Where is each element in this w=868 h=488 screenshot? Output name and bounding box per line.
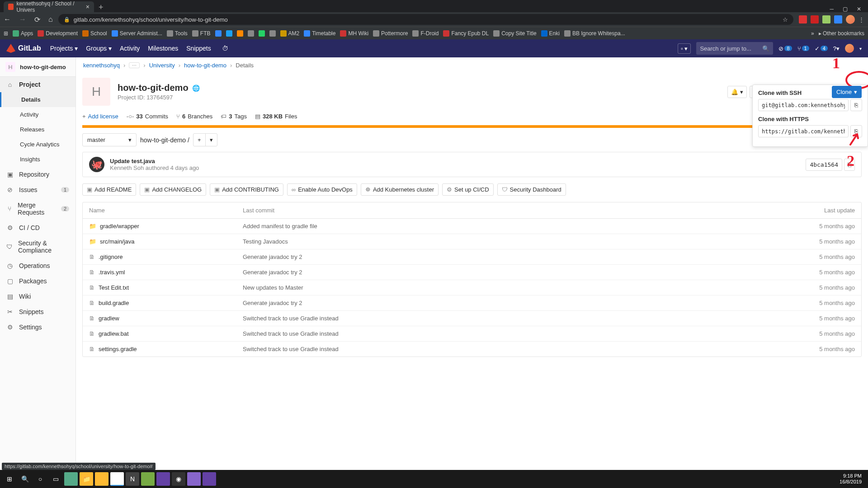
- bookmark-item[interactable]: [259, 30, 265, 37]
- bookmark-item[interactable]: Timetable: [304, 30, 335, 37]
- action-enable-auto-devops[interactable]: ∞ Enable Auto DevOps: [287, 183, 357, 196]
- task-app-6[interactable]: [203, 472, 216, 486]
- back-icon[interactable]: ←: [4, 15, 11, 23]
- sidebar-wiki[interactable]: ▤Wiki: [0, 289, 75, 304]
- taskview-icon[interactable]: ▭: [49, 472, 62, 486]
- bookmark-item[interactable]: Enki: [541, 30, 560, 37]
- commit-sha[interactable]: 4bca1564: [806, 159, 842, 171]
- bookmark-item[interactable]: Pottermore: [373, 30, 408, 37]
- sidebar-project-header[interactable]: H how-to-git-demo: [0, 57, 75, 77]
- action-security-dashboard[interactable]: 🛡 Security Dashboard: [497, 183, 566, 196]
- task-app-1[interactable]: [64, 472, 78, 486]
- cortana-icon[interactable]: ○: [33, 472, 47, 486]
- star-url-icon[interactable]: ☆: [783, 16, 788, 23]
- sidebar-ci---cd[interactable]: ⚙CI / CD: [0, 220, 75, 235]
- twitch-icon[interactable]: [156, 472, 170, 486]
- branch-select[interactable]: master▾: [82, 133, 137, 146]
- sidebar-settings[interactable]: ⚙Settings: [0, 319, 75, 335]
- bookmark-item[interactable]: [248, 30, 254, 37]
- issues-nav[interactable]: ⊘8: [778, 45, 792, 52]
- sidebar-sub-cycle-analytics[interactable]: Cycle Analytics: [0, 137, 75, 152]
- tags-stat[interactable]: 🏷3 Tags: [221, 113, 247, 120]
- action-add-contributing[interactable]: ▣ Add CONTRIBUTING: [210, 183, 283, 196]
- file-row[interactable]: 🗎build.gradle Generate javadoc try 2 5 m…: [83, 296, 861, 311]
- sidebar-operations[interactable]: ◷Operations: [0, 258, 75, 273]
- task-app-5[interactable]: [187, 472, 201, 486]
- bookmark-item[interactable]: [215, 30, 222, 37]
- sidebar-project[interactable]: ⌂Project: [0, 77, 75, 92]
- gitlab-logo[interactable]: GitLab: [6, 44, 41, 53]
- bookmark-item[interactable]: FTB: [192, 30, 211, 37]
- sidebar-repository[interactable]: ▣Repository: [0, 167, 75, 182]
- address-bar[interactable]: 🔒 gitlab.com/kennethsohyq/school/univers…: [58, 14, 793, 25]
- bookmark-item[interactable]: [269, 30, 276, 37]
- commit-author[interactable]: Kenneth Soh: [110, 164, 144, 171]
- bookmark-item[interactable]: BB Ignore Whitespa...: [564, 30, 625, 37]
- start-button[interactable]: ⊞: [3, 472, 16, 486]
- bookmarks-overflow-icon[interactable]: »: [811, 30, 814, 37]
- bookmark-item[interactable]: Apps: [13, 30, 33, 37]
- file-row[interactable]: 🗎gradlew.bat Switched track to use Gradl…: [83, 326, 861, 342]
- https-url-input[interactable]: [758, 125, 849, 137]
- chrome-menu-icon[interactable]: ⋮: [859, 16, 864, 23]
- commit-title[interactable]: Update test.java: [110, 158, 199, 164]
- bookmark-item[interactable]: Server Administ...: [112, 30, 162, 37]
- bookmark-item[interactable]: [226, 30, 232, 37]
- files-stat[interactable]: ▤328 KB Files: [255, 113, 297, 120]
- sidebar-sub-insights[interactable]: Insights: [0, 152, 75, 167]
- new-tab-button[interactable]: +: [99, 3, 104, 12]
- bookmark-item[interactable]: Tools: [167, 30, 188, 37]
- copy-sha-button[interactable]: ⎘: [844, 159, 855, 171]
- breadcrumb-item[interactable]: University: [149, 62, 175, 69]
- file-explorer-icon[interactable]: 📁: [80, 472, 93, 486]
- sidebar-merge-requests[interactable]: ⑂Merge Requests2: [0, 197, 75, 220]
- todos-nav[interactable]: ✓4: [815, 45, 828, 52]
- reload-icon[interactable]: ⟳: [34, 15, 40, 24]
- nav-performance-icon[interactable]: ⏱: [222, 45, 228, 52]
- file-row[interactable]: 📁src/main/java Testing Javadocs 5 months…: [83, 234, 861, 249]
- forward-icon[interactable]: →: [19, 15, 26, 23]
- bookmark-item[interactable]: Copy Site Title: [493, 30, 536, 37]
- action-add-kubernetes-cluster[interactable]: ☸ Add Kubernetes cluster: [361, 183, 439, 196]
- nav-snippets[interactable]: Snippets: [186, 45, 211, 52]
- home-icon[interactable]: ⌂: [48, 15, 53, 23]
- add-license-link[interactable]: +Add license: [82, 113, 118, 120]
- sidebar-packages[interactable]: ▢Packages: [0, 273, 75, 289]
- ext-icon-2[interactable]: [811, 15, 819, 23]
- file-row[interactable]: 🗎.gitignore Generate javadoc try 2 5 mon…: [83, 249, 861, 265]
- sidebar-security---compliance[interactable]: 🛡Security & Compliance: [0, 235, 75, 258]
- file-row[interactable]: 🗎Test Edit.txt New updates to Master 5 m…: [83, 280, 861, 296]
- bookmark-item[interactable]: Fancy Epub DL: [443, 30, 489, 37]
- system-clock[interactable]: 9:18 PM16/8/2019: [840, 473, 865, 485]
- bookmark-item[interactable]: F-Droid: [412, 30, 439, 37]
- breadcrumb-ellipsis[interactable]: ⋯: [129, 62, 140, 68]
- bookmark-item[interactable]: Development: [38, 30, 78, 37]
- sidebar-sub-details[interactable]: Details: [0, 92, 75, 107]
- user-caret-icon[interactable]: ▾: [859, 46, 862, 51]
- ssh-url-input[interactable]: [758, 99, 849, 111]
- maximize-icon[interactable]: ▢: [843, 6, 848, 12]
- nav-groups[interactable]: Groups ▾: [86, 45, 112, 52]
- nav-milestones[interactable]: Milestones: [148, 45, 178, 52]
- sidebar-sub-releases[interactable]: Releases: [0, 122, 75, 137]
- profile-avatar[interactable]: [846, 15, 855, 24]
- plus-dropdown[interactable]: ▫ ▾: [678, 43, 691, 54]
- bookmark-item[interactable]: AM2: [280, 30, 300, 37]
- ext-icon-4[interactable]: [834, 15, 842, 23]
- add-file-button[interactable]: +▾: [193, 133, 217, 146]
- breadcrumb-item[interactable]: kennethsohyq: [83, 62, 120, 69]
- notification-button[interactable]: 🔔 ▾: [727, 86, 747, 98]
- file-row[interactable]: 📁gradle/wrapper Added manifest to gradle…: [83, 219, 861, 234]
- help-icon[interactable]: ?▾: [833, 45, 840, 52]
- mr-nav[interactable]: ⑂1: [797, 45, 809, 52]
- action-add-changelog[interactable]: ▣ Add CHANGELOG: [140, 183, 206, 196]
- task-app-3[interactable]: N: [126, 472, 139, 486]
- nav-projects[interactable]: Projects ▾: [50, 45, 78, 52]
- clone-button[interactable]: Clone ▾: [832, 86, 862, 98]
- close-window-icon[interactable]: ✕: [857, 6, 861, 12]
- bookmark-item[interactable]: [237, 30, 243, 37]
- sidebar-issues[interactable]: ⊘Issues1: [0, 182, 75, 197]
- ext-icon-1[interactable]: [799, 15, 807, 23]
- search-input[interactable]: Search or jump to... 🔍: [696, 42, 773, 55]
- search-taskbar-icon[interactable]: 🔍: [18, 472, 32, 486]
